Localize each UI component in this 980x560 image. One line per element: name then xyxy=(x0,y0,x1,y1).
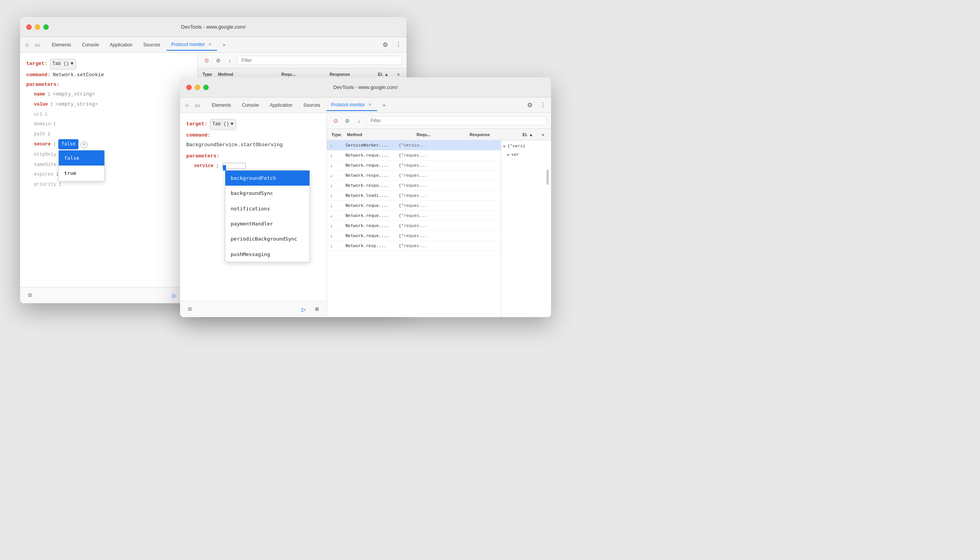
th-type-1[interactable]: Type xyxy=(201,72,216,77)
stop-icon-1[interactable]: ⊙ xyxy=(202,56,211,65)
history-icon-2[interactable]: ⊡ xyxy=(185,304,195,314)
tab-console-1[interactable]: Console xyxy=(77,39,104,51)
download-icon-2[interactable]: ↓ xyxy=(355,116,363,125)
send-button-1[interactable]: ▷ xyxy=(170,290,180,300)
target-select-2[interactable]: Tab () ▼ xyxy=(210,119,236,130)
minimize-button-1[interactable] xyxy=(35,24,40,30)
secure-bool-dropdown[interactable]: false false true xyxy=(58,139,78,149)
service-option-backgroundFetch[interactable]: backgroundFetch xyxy=(225,171,310,186)
tab-application-1[interactable]: Application xyxy=(105,39,137,51)
clear-filter-icon-1[interactable]: ⊘ xyxy=(214,56,223,65)
tab-bar-2: ⊹ ▭ Elements Console Application Sources… xyxy=(180,97,551,113)
th-request-2[interactable]: Requ... xyxy=(415,132,468,137)
edit-icon[interactable]: ⊘ xyxy=(81,141,88,148)
field-httponly: httpOnly : xyxy=(34,150,191,159)
more-options-icon-2[interactable]: ⋮ xyxy=(538,100,548,110)
tab-elements-2[interactable]: Elements xyxy=(207,99,236,111)
th-more-1[interactable]: » xyxy=(396,72,403,77)
th-elapsed-2[interactable]: El. ▲ xyxy=(521,132,540,137)
field-url: url : xyxy=(34,110,191,119)
tab-bar-icons-1: ⊹ ▭ xyxy=(23,41,41,49)
secure-false-badge[interactable]: false xyxy=(58,139,78,149)
more-tabs-icon-1[interactable]: » xyxy=(220,41,228,48)
download-icon-1[interactable]: ↓ xyxy=(226,56,234,65)
tab-close-icon-2[interactable]: ✕ xyxy=(367,102,373,108)
filter-bar-2: ⊙ ⊘ ↓ xyxy=(327,113,551,129)
history-icon-1[interactable]: ⊡ xyxy=(25,290,35,300)
send-button-2[interactable]: ▷ xyxy=(299,304,309,314)
service-option-backgroundSync[interactable]: backgroundSync xyxy=(225,186,310,201)
maximize-button-2[interactable] xyxy=(203,85,209,90)
service-option-periodicBackgroundSync[interactable]: periodicBackgroundSync xyxy=(225,231,310,246)
more-options-icon-1[interactable]: ⋮ xyxy=(393,40,403,50)
tab-sources-1[interactable]: Sources xyxy=(139,39,165,51)
th-method-1[interactable]: Method xyxy=(216,72,280,77)
command-panel-content-1: target: Tab () ▼ command: Network.setCoo… xyxy=(20,53,197,287)
settings-icon-2[interactable]: ⚙ xyxy=(525,100,535,110)
tab-sources-2[interactable]: Sources xyxy=(299,99,325,111)
select-element-icon[interactable]: ⊹ xyxy=(23,41,31,49)
device-mode-icon-2[interactable]: ▭ xyxy=(193,101,201,109)
cursor-blink xyxy=(223,165,226,171)
field-service: service : backgroundFetch backgroundSync… xyxy=(194,162,320,171)
parameters-label-line: parameters: xyxy=(26,80,191,89)
table-row-1[interactable]: ↓ Network.reque.... {"reques... xyxy=(327,150,501,160)
tab-protocol-monitor-1[interactable]: Protocol monitor ✕ xyxy=(167,39,217,51)
tab-application-2[interactable]: Application xyxy=(265,99,297,111)
command-panel-2: target: Tab () ▼ command: BackgroundServ… xyxy=(180,113,327,317)
table-rows-container: ↓ ServiceWorker.... {"versio... ↓ Networ… xyxy=(327,140,501,317)
close-button-2[interactable] xyxy=(186,85,192,90)
more-tabs-icon-2[interactable]: » xyxy=(380,101,388,109)
table-row-3[interactable]: ↓ Network.respo.... {"reques... xyxy=(327,171,501,181)
service-option-pushMessaging[interactable]: pushMessaging xyxy=(225,247,310,262)
command-value: Network.setCookie xyxy=(53,70,104,79)
service-option-notifications[interactable]: notifications xyxy=(225,201,310,216)
select-element-icon-2[interactable]: ⊹ xyxy=(183,101,191,109)
scrollbar-thumb[interactable] xyxy=(546,169,549,185)
table-row-8[interactable]: ↓ Network.reque.... {"reques... xyxy=(327,221,501,231)
tab-protocol-monitor-2[interactable]: Protocol monitor ✕ xyxy=(327,99,377,111)
th-response-1[interactable]: Response xyxy=(328,72,376,77)
th-request-1[interactable]: Requ... xyxy=(280,72,328,77)
protocol-panel-2: ⊙ ⊘ ↓ Type Method Requ... Response El. ▲… xyxy=(327,113,551,317)
clear-filter-icon-2[interactable]: ⊘ xyxy=(343,116,352,125)
target-select[interactable]: Tab () ▼ xyxy=(50,59,76,70)
table-row-6[interactable]: ↓ Network.reque.... {"reques... xyxy=(327,201,501,211)
bool-option-true[interactable]: true xyxy=(59,166,104,181)
th-response-2[interactable]: Response xyxy=(468,132,521,137)
command-value-2: BackgroundService.startObserving xyxy=(186,140,283,149)
device-mode-icon[interactable]: ▭ xyxy=(33,41,41,49)
th-method-2[interactable]: Method xyxy=(345,132,415,137)
stop-icon-2[interactable]: ⊙ xyxy=(332,116,340,125)
table-row-10[interactable]: ↓ Network.resp.... {"reques... xyxy=(327,241,501,251)
service-option-paymentHandler[interactable]: paymentHandler xyxy=(225,216,310,231)
field-expires: expires : xyxy=(34,170,191,179)
service-key: service xyxy=(194,162,213,171)
th-type-2[interactable]: Type xyxy=(330,132,345,137)
service-input[interactable] xyxy=(223,163,246,169)
field-secure: secure : false false true ⊘ xyxy=(34,139,191,149)
filter-input-2[interactable] xyxy=(366,116,546,125)
table-row-4[interactable]: ↓ Network.respo.... {"reques... xyxy=(327,181,501,191)
th-more-2[interactable]: » xyxy=(540,132,548,137)
close-button-1[interactable] xyxy=(26,24,32,30)
tab-close-icon-1[interactable]: ✕ xyxy=(207,42,213,47)
maximize-button-1[interactable] xyxy=(43,24,49,30)
parameters-label-line-2: parameters: xyxy=(186,152,320,160)
minimize-button-2[interactable] xyxy=(195,85,200,90)
bool-option-false[interactable]: false xyxy=(59,150,104,166)
table-row-7[interactable]: ↓ Network.reque.... {"reques... xyxy=(327,211,501,221)
expand-arrow: ▶ xyxy=(504,144,506,148)
field-name: name : <empty_string> xyxy=(34,90,191,99)
settings-icon-1[interactable]: ⚙ xyxy=(380,40,390,50)
tab-elements-1[interactable]: Elements xyxy=(47,39,76,51)
filter-input-1[interactable] xyxy=(237,56,402,65)
table-row-5[interactable]: ↓ Network.loadi.... {"reques... xyxy=(327,191,501,201)
table-row-0[interactable]: ↓ ServiceWorker.... {"versio... xyxy=(327,140,501,150)
table-row-2[interactable]: ↓ Network.reque.... {"reques... xyxy=(327,160,501,171)
th-elapsed-1[interactable]: El. ▲ xyxy=(376,72,396,77)
field-value: value : <empty_string> xyxy=(34,100,191,109)
table-row-9[interactable]: ↓ Network.reque.... {"reques... xyxy=(327,231,501,241)
tab-console-2[interactable]: Console xyxy=(237,99,264,111)
clear-icon-2[interactable]: ⊞ xyxy=(312,304,322,314)
